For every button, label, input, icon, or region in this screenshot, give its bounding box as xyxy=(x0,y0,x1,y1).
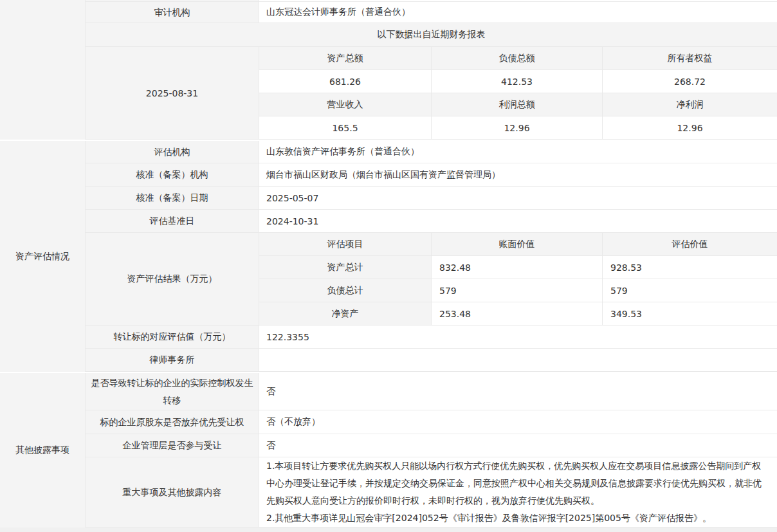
section-financials: 审计机构 山东冠达会计师事务所（普通合伙） 以下数据出自近期财务报表 2025-… xyxy=(0,2,777,140)
eval-item-total-assets: 资产总计 xyxy=(259,256,431,279)
transfer-assessed-value: 122.3355 xyxy=(259,326,777,348)
evaluation-base-date-value: 2024-10-31 xyxy=(259,210,777,232)
table-row: 审计机构 山东冠达会计师事务所（普通合伙） xyxy=(86,2,777,23)
audit-agency-value: 山东冠达会计师事务所（普通合伙） xyxy=(259,2,777,23)
evaluation-agency-value: 山东敦信资产评估事务所（普通合伙） xyxy=(259,141,777,163)
fin-value-net-profit: 12.96 xyxy=(602,116,777,140)
eval-header-assessed-value: 评估价值 xyxy=(602,233,777,256)
table-row: 是否导致转让标的企业的实际控制权发生转移 否 xyxy=(86,373,777,410)
fin-value-operating-revenue: 165.5 xyxy=(259,116,431,140)
fin-header-total-assets: 资产总额 xyxy=(259,47,431,70)
fin-header-net-profit: 净利润 xyxy=(602,93,777,116)
major-matters-content: 1.本项目转让方要求优先购买权人只能以场内行权方式行使优先购买权，优先购买权人应… xyxy=(259,457,777,527)
approval-agency-value: 烟台市福山区财政局（烟台市福山区国有资产监督管理局） xyxy=(259,163,777,186)
fin-value-owners-equity: 268.72 xyxy=(602,70,777,93)
section-label-cell-empty xyxy=(0,2,86,140)
financial-figures-block: 2025-08-31 资产总额 负债总额 所有者权益 681.26 412.53… xyxy=(86,47,777,140)
law-firm-value xyxy=(259,349,777,371)
fin-header-owners-equity: 所有者权益 xyxy=(602,47,777,70)
approval-date-label: 核准（备案）日期 xyxy=(86,187,259,209)
eval-assessed-total-liabilities: 579 xyxy=(602,279,777,302)
waive-preemptive-right-label: 标的企业原股东是否放弃优先受让权 xyxy=(86,410,259,434)
eval-book-total-assets: 832.48 xyxy=(431,256,602,279)
eval-item-net-assets: 净资产 xyxy=(259,302,431,326)
financial-report-date: 2025-08-31 xyxy=(86,47,259,140)
approval-agency-label: 核准（备案）机构 xyxy=(86,163,259,186)
table-row: 以下数据出自近期财务报表 xyxy=(86,23,777,47)
page-bottom-strip xyxy=(0,527,777,532)
section-other-disclosure: 其他披露事项 是否导致转让标的企业的实际控制权发生转移 否 标的企业原股东是否放… xyxy=(0,373,777,527)
eval-assessed-total-assets: 928.53 xyxy=(602,256,777,279)
table-row: 转让标的对应评估值（万元） 122.3355 xyxy=(86,326,777,349)
financial-figures-grid: 资产总额 负债总额 所有者权益 681.26 412.53 268.72 营业收… xyxy=(259,47,777,140)
evaluation-result-label: 资产评估结果（万元） xyxy=(86,233,259,326)
fin-value-total-liabilities: 412.53 xyxy=(431,70,602,93)
management-participation-value: 否 xyxy=(259,434,777,457)
eval-header-item: 评估项目 xyxy=(259,233,431,256)
control-transfer-value: 否 xyxy=(259,373,777,410)
evaluation-base-date-label: 评估基准日 xyxy=(86,210,259,232)
transfer-assessed-value-label: 转让标的对应评估值（万元） xyxy=(86,326,259,348)
evaluation-result-block: 资产评估结果（万元） 评估项目 账面价值 评估价值 资产总计 832.48 92… xyxy=(86,233,777,326)
evaluation-result-grid: 评估项目 账面价值 评估价值 资产总计 832.48 928.53 负债总计 5… xyxy=(259,233,777,326)
section-label-other-disclosure: 其他披露事项 xyxy=(0,373,86,527)
approval-date-value: 2025-05-07 xyxy=(259,187,777,209)
fin-value-total-assets: 681.26 xyxy=(259,70,431,93)
table-row: 核准（备案）日期 2025-05-07 xyxy=(86,187,777,210)
table-row: 重大事项及其他披露内容 1.本项目转让方要求优先购买权人只能以场内行权方式行使优… xyxy=(86,457,777,527)
fin-header-operating-revenue: 营业收入 xyxy=(259,93,431,116)
law-firm-label: 律师事务所 xyxy=(86,349,259,371)
section-asset-evaluation: 资产评估情况 评估机构 山东敦信资产评估事务所（普通合伙） 核准（备案）机构 烟… xyxy=(0,141,777,372)
section-label-asset-evaluation: 资产评估情况 xyxy=(0,141,86,372)
fin-header-total-profit: 利润总额 xyxy=(431,93,602,116)
audit-agency-label: 审计机构 xyxy=(86,2,259,23)
control-transfer-label: 是否导致转让标的企业的实际控制权发生转移 xyxy=(86,373,259,410)
table-row: 评估基准日 2024-10-31 xyxy=(86,210,777,233)
table-row: 评估机构 山东敦信资产评估事务所（普通合伙） xyxy=(86,141,777,163)
eval-assessed-net-assets: 349.53 xyxy=(602,302,777,326)
table-row: 企业管理层是否参与受让 否 xyxy=(86,434,777,457)
disclosure-detail-table: 审计机构 山东冠达会计师事务所（普通合伙） 以下数据出自近期财务报表 2025-… xyxy=(0,0,777,532)
major-matters-label: 重大事项及其他披露内容 xyxy=(86,457,259,527)
table-row: 核准（备案）机构 烟台市福山区财政局（烟台市福山区国有资产监督管理局） xyxy=(86,163,777,187)
fin-header-total-liabilities: 负债总额 xyxy=(431,47,602,70)
financial-data-note: 以下数据出自近期财务报表 xyxy=(86,23,777,46)
eval-header-book-value: 账面价值 xyxy=(431,233,602,256)
waive-preemptive-right-value: 否（不放弃） xyxy=(259,410,777,434)
management-participation-label: 企业管理层是否参与受让 xyxy=(86,434,259,457)
eval-item-total-liabilities: 负债总计 xyxy=(259,279,431,302)
table-row: 律师事务所 xyxy=(86,349,777,372)
fin-value-total-profit: 12.96 xyxy=(431,116,602,140)
eval-book-total-liabilities: 579 xyxy=(431,279,602,302)
table-row: 标的企业原股东是否放弃优先受让权 否（不放弃） xyxy=(86,410,777,434)
eval-book-net-assets: 253.48 xyxy=(431,302,602,326)
evaluation-agency-label: 评估机构 xyxy=(86,141,259,163)
